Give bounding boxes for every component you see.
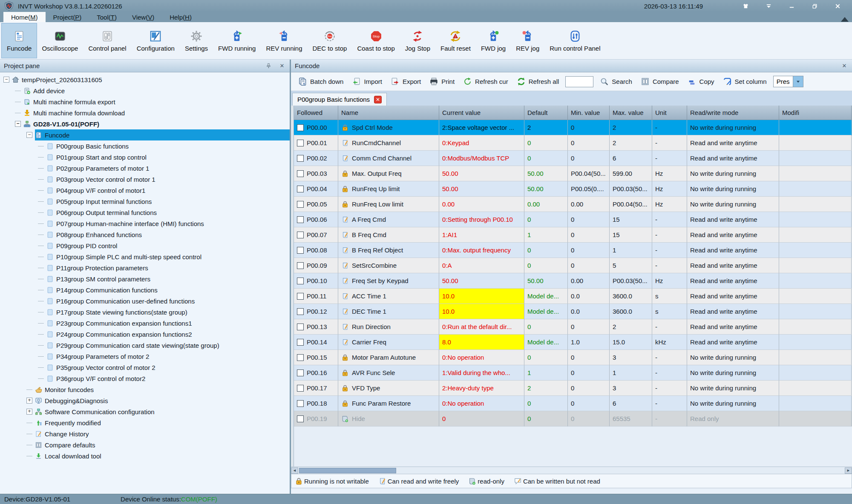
tree-item-p04group-v-f-control-of-motor1[interactable]: P04group V/F control of motor1 bbox=[0, 185, 290, 196]
toolbar-search[interactable]: Search bbox=[596, 75, 636, 88]
tree-item-software-communication-configuration[interactable]: +Software Communication configuration bbox=[0, 406, 290, 417]
tree-item-p01group-start-and-stop-control[interactable]: P01group Start and stop control bbox=[0, 152, 290, 163]
tree-item-p00group-basic-functions[interactable]: P00group Basic functions bbox=[0, 140, 290, 152]
current-value-cell[interactable]: 8.0 bbox=[439, 335, 524, 350]
tree-item-multi-machine-formula-download[interactable]: Multi machine formula download bbox=[0, 107, 290, 118]
followed-checkbox[interactable] bbox=[297, 186, 304, 192]
current-value-cell[interactable]: 2:Heavy-duty type bbox=[439, 381, 524, 396]
current-value-cell[interactable]: 0:Run at the default dir... bbox=[439, 319, 524, 335]
ribbon-funcode[interactable]: Funcode bbox=[2, 23, 37, 58]
tree-item-p11group-protection-parameters[interactable]: P11group Protection parameters bbox=[0, 262, 290, 273]
current-value-cell[interactable]: 0 bbox=[439, 411, 524, 427]
scroll-left-icon[interactable]: ◄ bbox=[291, 467, 298, 474]
tree-item-p05group-input-terminal-functions[interactable]: P05group Input terminal functions bbox=[0, 196, 290, 207]
toolbar-set-column[interactable]: Set column bbox=[719, 75, 771, 88]
current-value-cell[interactable]: 0:Modbus/Modbus TCP bbox=[439, 151, 524, 166]
current-value-cell[interactable]: 10.0 bbox=[439, 289, 524, 304]
tree-item-p24group-communication-expansion-functions2[interactable]: P24group Communication expansion functio… bbox=[0, 329, 290, 340]
funcode-row-p00-19[interactable]: P00.19Hide00065535-Read only bbox=[294, 411, 852, 427]
menu-view-v[interactable]: View(V) bbox=[124, 12, 162, 22]
tree-item-gd28-v1-05-01-poff[interactable]: −GD28-V1.05-01(POFF) bbox=[0, 118, 290, 129]
funcode-row-p00-05[interactable]: P00.05RunFreq Low limit0.000.000.00P00.0… bbox=[294, 197, 852, 212]
funcode-row-p00-08[interactable]: P00.08B Freq Ref Object0:Max. output fre… bbox=[294, 243, 852, 258]
funcode-row-p00-15[interactable]: P00.15Motor Param Autotune0:No operation… bbox=[294, 350, 852, 365]
current-value-cell[interactable]: 0:No operation bbox=[439, 350, 524, 365]
tree-item-p35group-vector-control-of-motor-2[interactable]: P35group Vector control of motor 2 bbox=[0, 362, 290, 373]
toolbar-refresh-all[interactable]: Refresh all bbox=[513, 75, 563, 88]
ribbon-fwd-jog[interactable]: FWD jog bbox=[476, 23, 511, 58]
column-header-default[interactable]: Default bbox=[524, 106, 568, 120]
maximize-button[interactable] bbox=[810, 2, 819, 10]
project-pane-close-icon[interactable]: ✕ bbox=[278, 62, 286, 70]
toolbar-batch-down[interactable]: Batch down bbox=[294, 75, 347, 88]
column-header-read-write-mode[interactable]: Read/write mode bbox=[687, 106, 779, 120]
collapse-expander-icon[interactable]: − bbox=[26, 132, 32, 138]
ribbon-control-panel[interactable]: Control panel bbox=[83, 23, 131, 58]
tree-item-tempproject-202603131605[interactable]: −tempProject_202603131605 bbox=[0, 74, 290, 85]
ribbon-oscilloscope[interactable]: Oscilloscope bbox=[37, 23, 83, 58]
toolbar-print[interactable]: Print bbox=[426, 75, 458, 88]
followed-checkbox[interactable] bbox=[297, 308, 304, 315]
followed-checkbox[interactable] bbox=[297, 216, 304, 223]
current-value-cell[interactable]: 50.00 bbox=[439, 181, 524, 197]
tree-item-debugging-diagnosis[interactable]: +Debugging&Diagnosis bbox=[0, 395, 290, 406]
funcode-panel-close-icon[interactable]: ✕ bbox=[840, 62, 848, 70]
followed-checkbox[interactable] bbox=[297, 339, 304, 346]
menu-help-h[interactable]: Help(H) bbox=[162, 12, 199, 22]
pin-icon[interactable] bbox=[265, 62, 272, 70]
ribbon-run-control-panel[interactable]: Run control Panel bbox=[544, 23, 605, 58]
scrollbar-thumb[interactable] bbox=[299, 468, 396, 473]
followed-checkbox[interactable] bbox=[297, 385, 304, 392]
column-header-min-value[interactable]: Min. value bbox=[568, 106, 610, 120]
toolbar-copy[interactable]: Copy bbox=[684, 75, 718, 88]
followed-checkbox[interactable] bbox=[297, 124, 304, 131]
tree-item-p03group-vector-control-of-motor-1[interactable]: P03group Vector control of motor 1 bbox=[0, 174, 290, 185]
preset-select[interactable]: Pres bbox=[773, 76, 803, 87]
tree-item-p16group-communication-user-defined-functions[interactable]: P16group Communication user-defined func… bbox=[0, 295, 290, 306]
tree-item-compare-defaults[interactable]: Compare defaults bbox=[0, 439, 290, 450]
current-value-cell[interactable]: 50.00 bbox=[439, 273, 524, 289]
tree-item-p13group-sm-control-parameters[interactable]: P13group SM control parameters bbox=[0, 273, 290, 284]
current-value-cell[interactable]: 10.0 bbox=[439, 304, 524, 319]
collapse-expander-icon[interactable]: − bbox=[15, 121, 21, 127]
current-value-cell[interactable]: 2:Space voltage vector ... bbox=[439, 120, 524, 135]
funcode-row-p00-00[interactable]: P00.00Spd Ctrl Mode2:Space voltage vecto… bbox=[294, 120, 852, 135]
followed-checkbox[interactable] bbox=[297, 140, 304, 146]
tree-item-multi-machine-formula-export[interactable]: Multi machine formula export bbox=[0, 96, 290, 107]
search-input[interactable] bbox=[565, 76, 593, 87]
tree-item-p23group-communication-expansion-functions1[interactable]: P23group Communication expansion functio… bbox=[0, 318, 290, 329]
toolbar-export[interactable]: Export bbox=[387, 75, 425, 88]
toolbar-refresh-cur[interactable]: Refresh cur bbox=[459, 75, 512, 88]
followed-checkbox[interactable] bbox=[297, 400, 304, 407]
tree-item-add-device[interactable]: Add device bbox=[0, 85, 290, 96]
ribbon-jog-stop[interactable]: Jog Stop bbox=[400, 23, 435, 58]
followed-checkbox[interactable] bbox=[297, 415, 304, 422]
followed-checkbox[interactable] bbox=[297, 262, 304, 269]
followed-checkbox[interactable] bbox=[297, 201, 304, 208]
funcode-row-p00-13[interactable]: P00.13Run Direction0:Run at the default … bbox=[294, 319, 852, 335]
ribbon-fault-reset[interactable]: !Fault reset bbox=[435, 23, 476, 58]
funcode-row-p00-18[interactable]: P00.18Func Param Restore0:No operation00… bbox=[294, 396, 852, 411]
tab-close-icon[interactable]: ✕ bbox=[374, 96, 382, 103]
ribbon-rev-jog[interactable]: REV jog bbox=[511, 23, 544, 58]
column-header-current-value[interactable]: Current value bbox=[439, 106, 524, 120]
funcode-row-p00-10[interactable]: P00.10Freq Set by Keypad50.0050.000.00P0… bbox=[294, 273, 852, 289]
tree-item-p29group-communication-card-state-viewing-state-group[interactable]: P29group Communication card state viewin… bbox=[0, 340, 290, 351]
funcode-row-p00-12[interactable]: P00.12DEC Time 110.0Model de...0.03600.0… bbox=[294, 304, 852, 319]
collapse-expander-icon[interactable]: − bbox=[3, 77, 9, 83]
collapse-button[interactable] bbox=[764, 2, 773, 10]
ribbon-coast-to-stop[interactable]: StopCoast to stop bbox=[352, 23, 400, 58]
expand-expander-icon[interactable]: + bbox=[26, 409, 32, 415]
funcode-row-p00-09[interactable]: P00.09SetSrcCombine0:A005-Read and write… bbox=[294, 258, 852, 273]
close-button[interactable] bbox=[833, 2, 842, 10]
ribbon-fwd-running[interactable]: FWD running bbox=[213, 23, 261, 58]
tree-item-p36group-v-f-control-of-motor2[interactable]: P36group V/F control of motor2 bbox=[0, 373, 290, 384]
tree-item-monitor-funcodes[interactable]: Monitor funcodes bbox=[0, 384, 290, 395]
scroll-right-icon[interactable]: ► bbox=[845, 467, 852, 474]
funcode-row-p00-06[interactable]: P00.06A Freq Cmd0:Setting through P00.10… bbox=[294, 212, 852, 227]
ribbon-settings[interactable]: Settings bbox=[180, 23, 213, 58]
followed-checkbox[interactable] bbox=[297, 170, 304, 177]
column-header-followed[interactable]: Followed bbox=[294, 106, 338, 120]
column-header-modifi[interactable]: Modifi bbox=[779, 106, 852, 120]
tree-item-local-download-tool[interactable]: Local download tool bbox=[0, 450, 290, 461]
